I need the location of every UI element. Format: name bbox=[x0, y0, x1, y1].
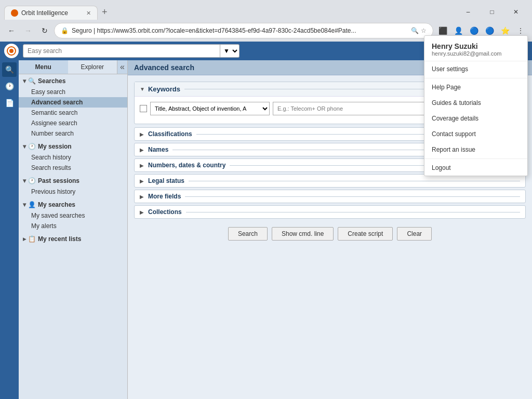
my-searches-bullet: ▾ bbox=[23, 201, 26, 208]
my-alerts-label: My alerts bbox=[31, 222, 57, 230]
report-issue-item[interactable]: Report an issue bbox=[424, 142, 527, 157]
sidebar-tab-menu[interactable]: Menu bbox=[19, 60, 68, 74]
user-settings-item[interactable]: User settings bbox=[424, 61, 527, 77]
past-sessions-icon: 🕐 bbox=[28, 177, 36, 184]
user-info: Henry Suzuki henry.suzuki82@gmail.com bbox=[424, 36, 527, 61]
clear-button[interactable]: Clear bbox=[397, 227, 432, 241]
tab-bar: Orbit Intelligence ✕ + – □ ✕ bbox=[0, 0, 532, 20]
sidebar-item-search-history[interactable]: Search history bbox=[19, 152, 127, 163]
easy-search-dropdown[interactable]: ▼ bbox=[220, 44, 240, 58]
collections-section[interactable]: ▶ Collections bbox=[134, 205, 526, 219]
logout-item[interactable]: Logout bbox=[424, 160, 527, 176]
keyword-checkbox[interactable] bbox=[140, 105, 147, 112]
user-email: henry.suzuki82@gmail.com bbox=[432, 50, 520, 57]
sidebar-section-my-recent-lists: ▸ 📋 My recent lists bbox=[19, 232, 127, 246]
my-recent-lists-label: My recent lists bbox=[38, 235, 81, 243]
maximize-button[interactable]: □ bbox=[480, 4, 504, 20]
my-saved-searches-label: My saved searches bbox=[31, 212, 85, 219]
browser-tab[interactable]: Orbit Intelligence ✕ bbox=[4, 6, 98, 20]
sidebar-item-previous-history[interactable]: Previous history bbox=[19, 187, 127, 197]
sidebar-item-search-results[interactable]: Search results bbox=[19, 163, 127, 173]
past-sessions-header[interactable]: ▾ 🕐 Past sessions bbox=[19, 175, 127, 187]
my-session-label: My session bbox=[38, 143, 72, 150]
names-title: Names bbox=[148, 146, 168, 153]
sidebar-collapse-button[interactable]: « bbox=[117, 60, 127, 74]
assignee-search-label: Assignee search bbox=[31, 119, 77, 127]
searches-collapse-bullet: ▾ bbox=[23, 77, 26, 85]
help-page-item[interactable]: Help Page bbox=[424, 79, 527, 95]
more-fields-section[interactable]: ▶ More fields bbox=[134, 190, 526, 203]
collections-divider bbox=[186, 212, 520, 212]
sidebar: Menu Explorer « ▾ 🔍 Searches Easy search… bbox=[19, 60, 128, 399]
bookmark-icon: ☆ bbox=[421, 27, 427, 34]
my-searches-header[interactable]: ▾ 👤 My searches bbox=[19, 199, 127, 210]
sidebar-tabs: Menu Explorer « bbox=[19, 60, 127, 74]
sidebar-item-semantic-search[interactable]: Semantic search bbox=[19, 108, 127, 118]
sidebar-section-my-searches: ▾ 👤 My searches My saved searches My ale… bbox=[19, 198, 127, 232]
url-display: Seguro | https://www35.orbit.com/?locale… bbox=[72, 27, 409, 34]
classifications-title: Classifications bbox=[148, 130, 192, 138]
guides-tutorials-item[interactable]: Guides & tutorials bbox=[424, 95, 527, 111]
easy-search-label: Easy search bbox=[31, 88, 65, 96]
sidebar-item-easy-search[interactable]: Easy search bbox=[19, 87, 127, 97]
create-script-button[interactable]: Create script bbox=[338, 227, 393, 241]
address-bar[interactable]: 🔒 Seguro | https://www35.orbit.com/?loca… bbox=[54, 23, 433, 38]
keywords-collapse-arrow: ▼ bbox=[140, 86, 145, 92]
user-display-name: Henry Suzuki bbox=[432, 42, 520, 50]
dropdown-divider-1 bbox=[424, 78, 527, 78]
my-session-icon: 🕐 bbox=[28, 143, 36, 150]
forward-button[interactable]: → bbox=[21, 23, 35, 38]
easy-search-input[interactable] bbox=[23, 44, 220, 58]
app-logo bbox=[4, 44, 19, 58]
sidebar-tab-explorer[interactable]: Explorer bbox=[68, 60, 117, 74]
searches-section-header[interactable]: ▾ 🔍 Searches bbox=[19, 75, 127, 87]
sidebar-item-number-search[interactable]: Number search bbox=[19, 128, 127, 139]
left-icon-search[interactable]: 🔍 bbox=[2, 62, 17, 77]
search-button[interactable]: Search bbox=[228, 227, 268, 241]
my-session-header[interactable]: ▾ 🕐 My session bbox=[19, 141, 127, 152]
easy-search-bar: ▼ bbox=[23, 44, 240, 58]
sidebar-item-assignee-search[interactable]: Assignee search bbox=[19, 118, 127, 128]
user-dropdown-menu: Henry Suzuki henry.suzuki82@gmail.com Us… bbox=[424, 35, 528, 176]
sidebar-item-my-saved-searches[interactable]: My saved searches bbox=[19, 210, 127, 221]
my-searches-label: My searches bbox=[38, 201, 75, 208]
sidebar-item-advanced-search[interactable]: Advanced search bbox=[19, 97, 127, 108]
coverage-details-item[interactable]: Coverage details bbox=[424, 111, 527, 126]
searches-icon: 🔍 bbox=[28, 77, 36, 85]
contact-support-item[interactable]: Contact support bbox=[424, 126, 527, 142]
sidebar-item-my-alerts[interactable]: My alerts bbox=[19, 221, 127, 231]
tab-close-button[interactable]: ✕ bbox=[86, 10, 91, 17]
searches-label: Searches bbox=[38, 77, 65, 85]
minimize-button[interactable]: – bbox=[456, 4, 480, 20]
my-searches-icon: 👤 bbox=[28, 201, 36, 208]
sidebar-section-my-session: ▾ 🕐 My session Search history Search res… bbox=[19, 140, 127, 174]
my-recent-lists-header[interactable]: ▸ 📋 My recent lists bbox=[19, 233, 127, 245]
collections-title: Collections bbox=[148, 208, 182, 216]
my-recent-lists-icon: 📋 bbox=[28, 235, 36, 243]
lock-icon: 🔒 bbox=[61, 27, 69, 34]
numbers-dates-title: Numbers, dates & country bbox=[148, 162, 225, 169]
semantic-search-label: Semantic search bbox=[31, 109, 77, 116]
keyword-type-select[interactable]: Title, Abstract, Object of invention, A bbox=[150, 102, 270, 115]
past-sessions-label: Past sessions bbox=[38, 177, 79, 184]
dropdown-divider-2 bbox=[424, 158, 527, 159]
refresh-button[interactable]: ↻ bbox=[37, 23, 52, 38]
close-button[interactable]: ✕ bbox=[504, 4, 528, 20]
tab-title: Orbit Intelligence bbox=[21, 9, 82, 17]
left-icon-document[interactable]: 📄 bbox=[2, 96, 17, 110]
numbers-dates-arrow: ▶ bbox=[140, 163, 144, 168]
more-fields-divider bbox=[185, 196, 520, 197]
sidebar-section-past-sessions: ▾ 🕐 Past sessions Previous history bbox=[19, 174, 127, 198]
logo-icon bbox=[6, 46, 17, 56]
legal-status-divider bbox=[189, 181, 520, 181]
past-sessions-bullet: ▾ bbox=[23, 177, 26, 184]
previous-history-label: Previous history bbox=[31, 188, 75, 195]
new-tab-button[interactable]: + bbox=[100, 5, 110, 20]
sidebar-section-searches: ▾ 🔍 Searches Easy search Advanced search… bbox=[19, 74, 127, 140]
left-icon-strip: 🔍 🕐 📄 bbox=[0, 60, 19, 399]
search-results-label: Search results bbox=[31, 164, 71, 171]
back-button[interactable]: ← bbox=[4, 23, 19, 38]
show-cmd-line-button[interactable]: Show cmd. line bbox=[272, 227, 334, 241]
left-icon-history[interactable]: 🕐 bbox=[2, 79, 17, 94]
more-fields-title: More fields bbox=[148, 193, 181, 200]
